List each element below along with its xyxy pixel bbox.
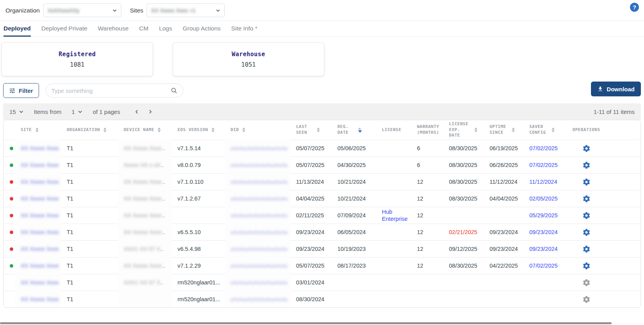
site-link[interactable]: XX Xxxxx Xxxx <box>21 263 59 269</box>
eos-version-value: v7.1.0.110 <box>177 179 204 185</box>
site-link[interactable]: XX Xxxxx Xxxx <box>21 179 59 185</box>
search-input[interactable] <box>51 87 161 94</box>
operations-gear-icon[interactable] <box>582 144 591 153</box>
sort-icon[interactable] <box>158 128 161 132</box>
tab[interactable]: Deployed <box>4 21 31 37</box>
last-seen-value: 09/23/2024 <box>296 229 325 235</box>
reg-date-value: 10/19/2023 <box>337 246 366 252</box>
eos-version-value: rm520nglaar01... <box>177 296 220 302</box>
sort-icon[interactable] <box>512 128 515 132</box>
license-link[interactable]: Hub Enterprise <box>382 208 412 222</box>
site-link[interactable]: XX Xxxxx Xxxx <box>21 162 59 168</box>
site-link[interactable]: XX Xxxxx Xxxx <box>21 279 59 286</box>
tab[interactable]: Site Info * <box>231 21 257 37</box>
uptime-since-value: 09/23/2024 <box>490 246 518 252</box>
download-icon <box>597 86 603 92</box>
chevron-down-icon[interactable] <box>78 109 83 114</box>
organization-label: Organization <box>5 7 40 14</box>
sites-select[interactable]: XX Xxxxx Xxxx +1 <box>147 4 225 17</box>
saved-config-link[interactable]: 02/05/2025 <box>529 195 558 202</box>
organization-value: T1 <box>67 212 73 218</box>
search-icon[interactable] <box>170 87 177 94</box>
site-link[interactable]: XX Xxxxx Xxxx <box>21 246 59 252</box>
warranty-value: 6 <box>417 162 420 168</box>
help-icon[interactable]: ? <box>630 3 639 12</box>
status-dot <box>10 231 13 234</box>
sort-icon[interactable] <box>211 128 215 132</box>
license-exp-date-value: 08/30/2025 <box>449 179 477 185</box>
items-range-label: 1-11 of 11 items <box>594 108 635 115</box>
sort-icon-active[interactable] <box>358 128 362 133</box>
tab[interactable]: Deployed Private <box>41 21 87 37</box>
column-header-site: SITE <box>15 127 61 133</box>
tab[interactable]: Logs <box>159 21 172 37</box>
summary-card: Registered 1081 <box>2 43 153 76</box>
sort-icon[interactable] <box>552 128 555 132</box>
operations-gear-icon[interactable] <box>582 161 591 169</box>
operations-gear-icon[interactable] <box>582 245 591 253</box>
saved-config-link[interactable]: 07/02/2025 <box>529 145 558 151</box>
uptime-since-value: 04/22/2025 <box>490 263 518 269</box>
reg-date-value: 06/05/2024 <box>337 229 366 235</box>
status-dot <box>10 197 13 201</box>
operations-gear-icon[interactable] <box>582 279 591 287</box>
eos-version-value: v7.1.2.67 <box>177 195 201 202</box>
uptime-since-value: 11/12/2024 <box>490 179 518 185</box>
summary-cards: Registered 1081 Warehouse 1051 <box>0 37 644 82</box>
column-header-did: DID <box>225 127 291 133</box>
next-page-icon[interactable] <box>148 109 153 114</box>
saved-config-link[interactable]: 05/29/2025 <box>529 212 558 218</box>
site-link[interactable]: XX Xxxxx Xxxx <box>21 195 59 202</box>
sort-icon[interactable] <box>103 128 106 132</box>
status-dot <box>10 214 13 217</box>
did-value: xXxXxxXxXxXxXxxXxXx <box>231 297 287 302</box>
search-box <box>46 83 183 98</box>
chevron-down-icon[interactable] <box>19 109 24 114</box>
organization-select[interactable]: XxXXxxxXXy <box>43 4 121 17</box>
last-seen-value: 03/01/2024 <box>296 279 325 286</box>
pagination-bar: 15 Items from 1 of 1 pages 1-11 of 11 it… <box>3 103 641 120</box>
saved-config-link[interactable]: 07/02/2025 <box>529 263 558 269</box>
sort-icon[interactable] <box>317 128 320 132</box>
page-size-value[interactable]: 15 <box>9 108 16 115</box>
table-body: XX Xxxxx Xxxx T1 XX Xxxxx Xxxx.. v7.1.5.… <box>4 140 640 307</box>
saved-config-link[interactable]: 09/23/2024 <box>529 246 558 252</box>
operations-gear-icon[interactable] <box>582 228 591 236</box>
page-number-value[interactable]: 1 <box>72 108 75 115</box>
status-dot <box>10 163 13 167</box>
saved-config-link[interactable]: 11/12/2024 <box>529 179 557 185</box>
site-link[interactable]: XX Xxxxx Xxxx <box>21 145 59 151</box>
warranty-value: 12 <box>417 212 423 218</box>
status-dot <box>10 180 13 184</box>
sort-icon[interactable] <box>35 128 39 132</box>
table-row: XX Xxxxx Xxxx T1 XX Xxxxx Xxxx.. v7.1.2.… <box>4 257 640 274</box>
tab[interactable]: Warehouse <box>98 21 129 37</box>
sites-label: Sites <box>130 7 143 14</box>
table-row: XX Xxxxx Xxxx T1 XXX1 XX 07 3.. v6.5.4.9… <box>4 240 640 257</box>
previous-page-icon[interactable] <box>134 109 139 114</box>
operations-gear-icon[interactable] <box>582 262 591 270</box>
sort-icon[interactable] <box>474 128 477 132</box>
filter-button[interactable]: Filter <box>3 83 39 98</box>
sort-icon[interactable] <box>242 128 245 132</box>
last-seen-value: 04/04/2025 <box>296 195 325 202</box>
table-row: XX Xxxxx Xxxx T1 Xxxxx XX x xX.. v8.0.0.… <box>4 156 640 173</box>
tab[interactable]: CM <box>139 21 149 37</box>
operations-gear-icon[interactable] <box>582 295 591 304</box>
device-name-value: XX Xxxxx Xxxx <box>124 145 162 151</box>
eos-version-value: v7.1.5.14 <box>177 145 201 151</box>
uptime-since-value: 04/04/2025 <box>490 195 518 202</box>
license-exp-date-value: 08/30/2025 <box>449 145 477 151</box>
tab[interactable]: Group Actions <box>183 21 220 37</box>
site-link[interactable]: XX Xxxxx Xxxx <box>21 229 59 235</box>
download-button[interactable]: Download <box>591 82 641 96</box>
site-link[interactable]: XX Xxxxx Xxxx <box>21 212 59 218</box>
saved-config-link[interactable]: 09/23/2024 <box>529 229 558 235</box>
license-exp-date-value: 02/21/2025 <box>449 229 477 235</box>
operations-gear-icon[interactable] <box>582 211 591 220</box>
operations-gear-icon[interactable] <box>582 178 591 186</box>
operations-gear-icon[interactable] <box>582 195 591 203</box>
horizontal-scrollbar[interactable] <box>0 322 612 324</box>
site-link[interactable]: XX Xxxxx Xxxx <box>21 296 59 302</box>
saved-config-link[interactable]: 07/02/2025 <box>529 162 558 168</box>
